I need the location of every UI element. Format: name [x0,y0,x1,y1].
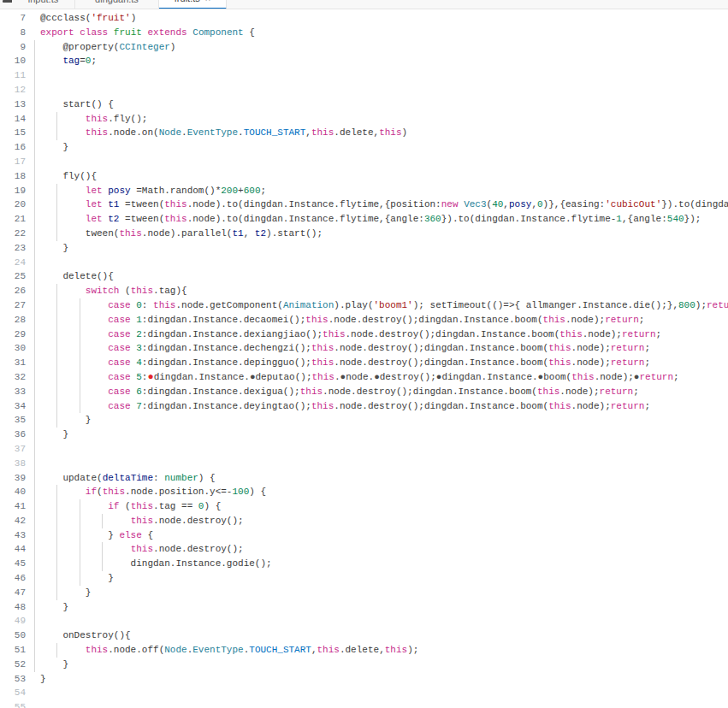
line-number[interactable]: 40 [0,485,34,499]
line-number[interactable]: 14 [0,112,34,127]
line-number[interactable]: 42 [0,514,34,528]
line-number[interactable]: 54 [0,686,34,700]
code-line[interactable]: 55 [0,700,728,708]
code-line[interactable]: 38 [0,457,728,471]
close-icon[interactable]: × [205,0,210,3]
line-number[interactable]: 35 [0,413,34,428]
code-line[interactable]: 46 } [0,571,728,586]
line-number[interactable]: 8 [0,26,34,40]
tab-dingdan-ts[interactable]: dingdan.ts [75,0,159,9]
code-line[interactable]: 16 } [0,140,728,155]
line-number[interactable]: 38 [0,457,34,471]
line-number[interactable]: 25 [0,269,34,284]
code-line[interactable]: 27 case 0: this.node.getComponent(Animat… [0,298,728,313]
code-line[interactable]: 51 this.node.off(Node.EventType.TOUCH_ST… [0,643,728,658]
line-number[interactable]: 53 [0,672,34,687]
line-number[interactable]: 19 [0,184,34,198]
code-line[interactable]: 33 case 6:dingdan.Instance.dexigua();thi… [0,385,728,399]
code-line[interactable]: 7@ccclass('fruit') [0,11,728,26]
code-line[interactable]: 37 [0,442,728,457]
line-number[interactable]: 11 [0,68,34,83]
code-line[interactable]: 15 this.node.on(Node.EventType.TOUCH_STA… [0,126,728,140]
line-number[interactable]: 26 [0,284,34,298]
code-line[interactable]: 28 case 1:dingdan.Instance.decaomei();th… [0,313,728,327]
line-number[interactable]: 45 [0,557,34,571]
line-number[interactable]: 7 [0,11,34,26]
line-number[interactable]: 31 [0,356,34,370]
line-number[interactable]: 16 [0,140,34,155]
line-number[interactable]: 22 [0,227,34,241]
code-line[interactable]: 13 start() { [0,97,728,112]
code-line[interactable]: 40 if(this.node.position.y<=-100) { [0,485,728,499]
line-number[interactable]: 37 [0,442,34,457]
line-number[interactable]: 33 [0,385,34,399]
tab-input-ts[interactable]: input.ts [12,0,75,9]
code-line[interactable]: 54 [0,686,728,700]
code-area[interactable]: 7@ccclass('fruit')8export class fruit ex… [0,11,728,708]
code-line[interactable]: 42 this.node.destroy(); [0,514,728,528]
code-line[interactable]: 41 if (this.tag == 0) { [0,499,728,514]
line-number[interactable]: 47 [0,586,34,600]
code-line[interactable]: 26 switch (this.tag){ [0,284,728,298]
line-number[interactable]: 48 [0,600,34,615]
code-line[interactable]: 48 } [0,600,728,615]
line-number[interactable]: 12 [0,83,34,97]
line-number[interactable]: 23 [0,241,34,256]
line-number[interactable]: 49 [0,614,34,628]
code-line[interactable]: 25 delete(){ [0,269,728,284]
line-number[interactable]: 18 [0,169,34,184]
code-line[interactable]: 19 let posy =Math.random()*200+600; [0,184,728,198]
line-number[interactable]: 9 [0,40,34,55]
code-line[interactable]: 24 [0,256,728,270]
code-line[interactable]: 18 fly(){ [0,169,728,184]
line-number[interactable]: 27 [0,298,34,313]
code-line[interactable]: 53} [0,672,728,687]
line-number[interactable]: 20 [0,198,34,212]
line-number[interactable]: 44 [0,542,34,557]
code-line[interactable]: 49 [0,614,728,628]
editor[interactable]: 7@ccclass('fruit')8export class fruit ex… [0,9,728,708]
code-line[interactable]: 35 } [0,413,728,428]
tab-fruit-ts[interactable]: fruit.ts× [159,0,227,9]
line-number[interactable]: 36 [0,428,34,442]
line-number[interactable]: 10 [0,54,34,68]
code-line[interactable]: 17 [0,155,728,169]
line-number[interactable]: 24 [0,256,34,270]
line-number[interactable]: 28 [0,313,34,327]
line-number[interactable]: 29 [0,327,34,342]
line-number[interactable]: 52 [0,658,34,672]
line-number[interactable]: 32 [0,370,34,385]
code-line[interactable]: 29 case 2:dingdan.Instance.dexiangjiao()… [0,327,728,342]
code-line[interactable]: 44 this.node.destroy(); [0,542,728,557]
line-number[interactable]: 17 [0,155,34,169]
line-number[interactable]: 46 [0,571,34,586]
code-line[interactable]: 8export class fruit extends Component { [0,26,728,40]
code-line[interactable]: 20 let t1 =tween(this.node).to(dingdan.I… [0,198,728,212]
code-line[interactable]: 21 let t2 =tween(this.node).to(dingdan.I… [0,212,728,227]
code-line[interactable]: 36 } [0,428,728,442]
line-number[interactable]: 34 [0,399,34,414]
code-line[interactable]: 52 } [0,658,728,672]
code-line[interactable]: 11 [0,68,728,83]
code-line[interactable]: 31 case 4:dingdan.Instance.depingguo();t… [0,356,728,370]
line-number[interactable]: 41 [0,499,34,514]
code-line[interactable]: 10 tag=0; [0,54,728,68]
line-number[interactable]: 43 [0,528,34,543]
code-line[interactable]: 50 onDestroy(){ [0,628,728,643]
code-line[interactable]: 47 } [0,586,728,600]
line-number[interactable]: 55 [0,700,34,708]
line-number[interactable]: 15 [0,126,34,140]
code-line[interactable]: 45 dingdan.Instance.godie(); [0,557,728,571]
code-line[interactable]: 39 update(deltaTime: number) { [0,471,728,486]
line-number[interactable]: 13 [0,97,34,112]
line-number[interactable]: 21 [0,212,34,227]
code-line[interactable]: 34 case 7:dingdan.Instance.deyingtao();t… [0,399,728,414]
line-number[interactable]: 30 [0,341,34,356]
code-line[interactable]: 43 } else { [0,528,728,543]
code-line[interactable]: 30 case 3:dingdan.Instance.dechengzi();t… [0,341,728,356]
code-line[interactable]: 9 @property(CCInteger) [0,40,728,55]
line-number[interactable]: 39 [0,471,34,486]
code-line[interactable]: 22 tween(this.node).parallel(t1, t2).sta… [0,227,728,241]
code-line[interactable]: 32 case 5:●dingdan.Instance.●deputao();t… [0,370,728,385]
line-number[interactable]: 50 [0,628,34,643]
